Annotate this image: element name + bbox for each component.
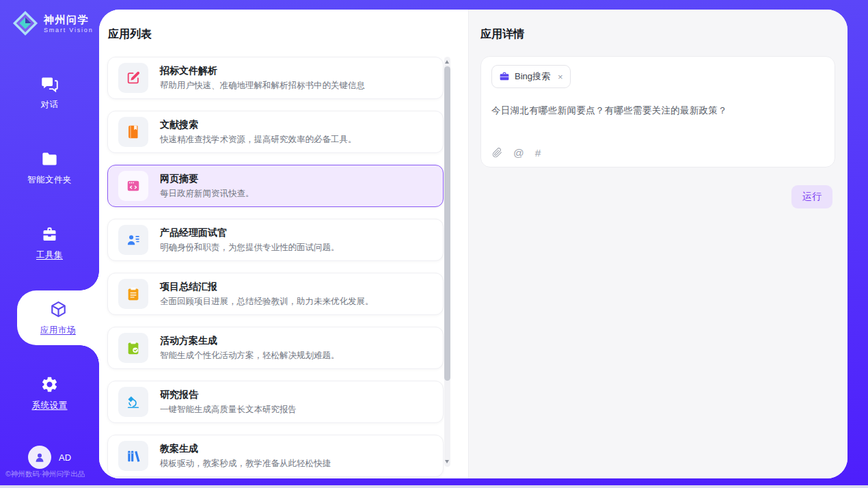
brand-logo: 神州问学 Smart Vision <box>12 10 93 36</box>
sidebar-nav: 对话智能文件夹工具集应用市场系统设置 <box>0 65 99 441</box>
app-card-description: 智能生成个性化活动方案，轻松解决规划难题。 <box>160 350 340 362</box>
app-card-pm-interviewer[interactable]: 产品经理面试官明确身份和职责，为您提供专业性的面试问题。 <box>107 219 444 261</box>
app-card-title: 招标文件解析 <box>160 65 365 77</box>
sidebar: 神州问学 Smart Vision 对话智能文件夹工具集应用市场系统设置 AD … <box>0 0 99 488</box>
clipboard-icon <box>126 286 141 301</box>
app-card-literature-search[interactable]: 文献搜索快速精准查找学术资源，提高研究效率的必备工具。 <box>107 111 444 153</box>
user-icon <box>33 450 46 464</box>
app-icon-tile <box>118 333 148 363</box>
app-card-web-summary[interactable]: 网页摘要每日政府新闻资讯快查。 <box>107 165 444 207</box>
bottom-edge-strip <box>0 485 868 488</box>
gear-icon <box>40 375 59 394</box>
scrollbar-thumb[interactable] <box>444 66 450 381</box>
books-icon <box>126 448 141 463</box>
app-icon-tile <box>118 171 148 201</box>
sidebar-item-label: 对话 <box>41 99 59 111</box>
copyright-text: ©神州数码·神州问学出品 <box>5 470 85 479</box>
app-card-research-report[interactable]: 研究报告一键智能生成高质量长文本研究报告 <box>107 381 444 423</box>
scrollbar-down-arrow[interactable] <box>445 460 449 463</box>
book-icon <box>126 124 141 139</box>
folder-icon <box>40 150 59 168</box>
avatar <box>28 446 51 469</box>
user-initials: AD <box>59 452 71 463</box>
prompt-input[interactable]: 今日湖北有哪些新闻要点？有哪些需要关注的最新政策？ <box>491 105 824 117</box>
app-card-title: 产品经理面试官 <box>160 227 340 239</box>
app-icon-tile <box>118 441 148 471</box>
app-card-activity-plan[interactable]: 活动方案生成智能生成个性化活动方案，轻松解决规划难题。 <box>107 327 444 369</box>
cube-icon <box>49 300 68 318</box>
app-card-description: 每日政府新闻资讯快查。 <box>160 188 254 200</box>
scrollbar[interactable] <box>444 57 450 467</box>
clipboard-check-icon <box>126 340 141 355</box>
app-card-title: 活动方案生成 <box>160 335 340 347</box>
app-card-description: 一键智能生成高质量长文本研究报告 <box>160 404 297 416</box>
sidebar-item-chat[interactable]: 对话 <box>0 65 99 120</box>
sidebar-item-system-settings[interactable]: 系统设置 <box>0 366 99 420</box>
sidebar-item-label: 工具集 <box>36 249 63 261</box>
app-card-description: 明确身份和职责，为您提供专业性的面试问题。 <box>160 242 340 254</box>
brand-diamond-icon <box>12 10 38 36</box>
app-card-title: 项目总结汇报 <box>160 281 374 293</box>
briefcase-icon <box>499 71 510 82</box>
app-card-title: 研究报告 <box>160 389 297 401</box>
app-card-title: 网页摘要 <box>160 173 254 185</box>
app-card-description: 全面回顾项目进展，总结经验教训，助力未来优化发展。 <box>160 296 374 308</box>
app-icon-tile <box>118 117 148 147</box>
at-icon[interactable]: @ <box>513 148 524 159</box>
app-card-description: 模板驱动，教案秒成，教学准备从此轻松快捷 <box>160 458 331 470</box>
app-detail-title: 应用详情 <box>480 27 524 42</box>
app-list-title: 应用列表 <box>108 27 152 42</box>
user-account[interactable]: AD <box>0 446 99 469</box>
app-card-list: 招标文件解析帮助用户快速、准确地理解和解析招标书中的关键信息文献搜索快速精准查找… <box>107 57 444 478</box>
app-list-pane: 应用列表 招标文件解析帮助用户快速、准确地理解和解析招标书中的关键信息文献搜索快… <box>99 10 468 478</box>
run-button[interactable]: 运行 <box>791 185 832 208</box>
tag-close-button[interactable]: × <box>558 72 563 82</box>
tool-tag-label: Bing搜索 <box>515 70 550 83</box>
hash-icon[interactable]: # <box>535 148 541 159</box>
app-card-description: 帮助用户快速、准确地理解和解析招标书中的关键信息 <box>160 80 365 92</box>
app-card-bid-parse[interactable]: 招标文件解析帮助用户快速、准确地理解和解析招标书中的关键信息 <box>107 57 444 99</box>
app-detail-pane: 应用详情 Bing搜索 × 今日湖北有哪些新闻要点？有哪些需要关注的最新政策？ … <box>468 10 847 478</box>
prompt-card: Bing搜索 × 今日湖北有哪些新闻要点？有哪些需要关注的最新政策？ @# <box>480 56 835 167</box>
app-card-project-summary[interactable]: 项目总结汇报全面回顾项目进展，总结经验教训，助力未来优化发展。 <box>107 273 444 315</box>
brand-name: 神州问学 <box>44 14 93 27</box>
sidebar-item-smart-folders[interactable]: 智能文件夹 <box>0 140 99 195</box>
chat-icon <box>40 74 59 93</box>
app-icon-tile <box>118 387 148 417</box>
app-card-description: 快速精准查找学术资源，提高研究效率的必备工具。 <box>160 134 357 146</box>
interview-icon <box>126 232 141 247</box>
app-icon-tile <box>118 63 148 93</box>
paperclip-icon[interactable] <box>492 148 502 158</box>
sidebar-item-label: 系统设置 <box>32 400 68 411</box>
brand-subtitle: Smart Vision <box>44 27 93 33</box>
webpage-icon <box>126 178 141 193</box>
app-card-title: 文献搜索 <box>160 119 357 131</box>
microscope-icon <box>126 394 141 409</box>
composer-toolbar: @# <box>492 148 541 159</box>
sidebar-item-app-market[interactable]: 应用市场 <box>17 290 99 345</box>
sidebar-item-label: 应用市场 <box>40 325 76 336</box>
toolbox-icon <box>40 225 59 243</box>
app-icon-tile <box>118 225 148 255</box>
bid-doc-icon <box>126 70 141 85</box>
scrollbar-up-arrow[interactable] <box>445 60 449 64</box>
sidebar-item-label: 智能文件夹 <box>27 174 72 186</box>
app-icon-tile <box>118 279 148 309</box>
sidebar-item-toolset[interactable]: 工具集 <box>0 215 99 270</box>
app-card-lesson-plan[interactable]: 教案生成模板驱动，教案秒成，教学准备从此轻松快捷 <box>107 435 444 477</box>
main-panel: 应用列表 招标文件解析帮助用户快速、准确地理解和解析招标书中的关键信息文献搜索快… <box>99 10 847 478</box>
tool-tag-bing-search[interactable]: Bing搜索 × <box>491 65 571 88</box>
app-card-title: 教案生成 <box>160 443 331 455</box>
